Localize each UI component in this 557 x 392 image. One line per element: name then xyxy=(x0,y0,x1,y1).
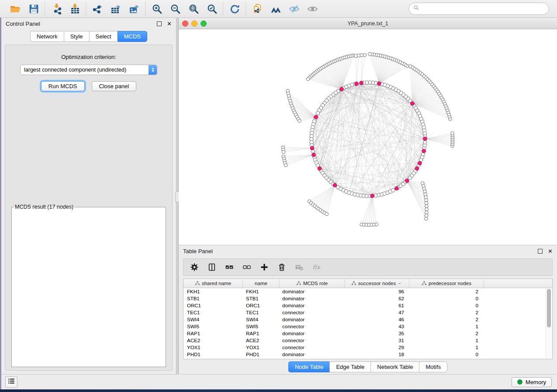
status-bar: Memory xyxy=(0,374,557,389)
tab-motifs[interactable]: Motifs xyxy=(419,361,447,372)
column-header-name[interactable]: name xyxy=(243,279,280,288)
table-toolbar: f(x) xyxy=(183,258,553,276)
table-row[interactable]: PHD1PHD1dominator180 xyxy=(183,351,552,358)
satellite-node xyxy=(368,52,372,56)
cell-name: STB1 xyxy=(242,296,279,301)
table-row[interactable]: TEC1TEC1connector472 xyxy=(183,309,552,316)
select-all-icon[interactable] xyxy=(225,262,234,272)
settings-icon[interactable] xyxy=(190,262,199,272)
table-panel-title: Table Panel xyxy=(183,248,538,254)
mcds-node xyxy=(423,137,427,141)
close-table-panel-icon[interactable]: ✕ xyxy=(548,248,553,254)
close-panel-icon[interactable]: ✕ xyxy=(167,21,172,27)
network-node xyxy=(316,111,320,115)
cell-successor-nodes: 31 xyxy=(343,338,408,343)
mcds-node xyxy=(355,82,359,86)
tab-node-table[interactable]: Node Table xyxy=(288,361,330,372)
optimization-criterion-label: Optimization criterion: xyxy=(10,54,167,60)
network-graph[interactable] xyxy=(179,29,557,245)
first-neighbors-icon[interactable] xyxy=(270,3,281,14)
cell-name: SWI5 xyxy=(242,324,279,329)
column-header-shared-name[interactable]: shared name xyxy=(183,279,243,288)
table-scrollbar-thumb[interactable] xyxy=(547,289,551,327)
cell-predecessor-nodes: 0 xyxy=(408,303,482,308)
optimization-criterion-dropdown[interactable]: largest connected component (undirected) xyxy=(20,65,157,75)
search-box[interactable] xyxy=(408,3,549,15)
table-row[interactable]: SWI4SWI4dominator462 xyxy=(183,316,552,323)
column-header-predecessor-nodes[interactable]: predecessor nodes xyxy=(409,279,484,288)
task-history-button[interactable] xyxy=(5,376,17,388)
mcds-node xyxy=(333,183,337,187)
cell-predecessor-nodes: 2 xyxy=(408,310,482,315)
column-header-MCDS-role[interactable]: MCDS role xyxy=(280,279,345,288)
panel-splitter[interactable] xyxy=(176,18,178,374)
table-row[interactable]: ORC1ORC1dominator610 xyxy=(183,302,552,309)
satellite-node xyxy=(409,65,412,68)
tab-select[interactable]: Select xyxy=(89,31,118,42)
apply-layout-icon[interactable] xyxy=(229,3,240,14)
table-row[interactable]: ACE2ACE2connector311 xyxy=(183,337,552,344)
table-row[interactable]: STB1STB1dominator620 xyxy=(183,295,552,302)
cell-name: SWI4 xyxy=(242,317,279,322)
cell-predecessor-nodes: 1 xyxy=(408,324,482,329)
close-panel-button[interactable]: Close panel xyxy=(92,81,137,91)
open-session-icon[interactable] xyxy=(10,3,21,14)
table-row[interactable]: RAP1RAP1dominator352 xyxy=(183,330,552,337)
table-row[interactable]: SWI5SWI5connector431 xyxy=(183,323,552,330)
search-icon xyxy=(413,5,420,13)
run-mcds-button[interactable]: Run MCDS xyxy=(41,81,85,91)
mcds-node xyxy=(312,153,316,157)
zoom-in-icon[interactable] xyxy=(151,3,163,14)
network-canvas[interactable] xyxy=(179,29,557,245)
tab-style[interactable]: Style xyxy=(64,31,89,42)
cell-shared-name: PHD1 xyxy=(183,352,242,357)
tab-network-table[interactable]: Network Table xyxy=(370,361,419,372)
mcds-node xyxy=(318,167,322,171)
table-row[interactable]: FKH1FKH1dominator962 xyxy=(183,288,552,295)
zoom-selected-icon[interactable] xyxy=(206,3,218,14)
zoom-fit-icon[interactable] xyxy=(188,3,199,14)
search-input[interactable] xyxy=(422,5,544,12)
cell-MCDS-role: connector xyxy=(279,324,343,329)
satellite-node xyxy=(306,77,310,81)
delete-row-icon[interactable] xyxy=(277,262,287,272)
tab-edge-table[interactable]: Edge Table xyxy=(329,361,370,372)
table-scrollbar[interactable] xyxy=(546,288,552,358)
float-panel-icon[interactable] xyxy=(157,21,162,26)
satellite-node xyxy=(354,54,358,58)
satellite-node xyxy=(451,132,454,135)
add-row-icon[interactable] xyxy=(259,262,269,272)
memory-label: Memory xyxy=(526,379,546,385)
import-network-icon[interactable] xyxy=(51,3,62,14)
export-table-icon[interactable] xyxy=(110,3,121,14)
dropdown-selected-value: largest connected component (undirected) xyxy=(21,67,149,73)
mcds-node xyxy=(370,194,374,198)
zoom-out-icon[interactable] xyxy=(170,3,181,14)
network-window-titlebar[interactable]: YPA_prune.txt_1 xyxy=(179,18,557,29)
memory-button[interactable]: Memory xyxy=(512,377,552,387)
tab-mcds[interactable]: MCDS xyxy=(118,31,147,42)
export-network-icon[interactable] xyxy=(92,3,103,14)
column-header-successor-nodes[interactable]: successor nodes xyxy=(345,279,409,288)
mcds-node xyxy=(418,162,422,165)
save-session-icon[interactable] xyxy=(28,3,39,14)
import-table-icon[interactable] xyxy=(69,3,80,14)
float-table-panel-icon[interactable] xyxy=(538,249,543,254)
cell-predecessor-nodes: 2 xyxy=(408,317,482,322)
satellite-node xyxy=(425,205,429,208)
table-row[interactable]: YOX1YOX1connector291 xyxy=(183,344,552,351)
cell-shared-name: YOX1 xyxy=(183,345,242,350)
network-view-window: YPA_prune.txt_1 xyxy=(178,18,557,245)
show-all-icon[interactable] xyxy=(307,3,318,14)
cell-shared-name: TEC1 xyxy=(183,310,242,315)
unselect-all-icon[interactable] xyxy=(242,262,252,272)
copy-network-file-icon[interactable] xyxy=(252,3,263,14)
node-table: shared namenameMCDS rolesuccessor nodesp… xyxy=(183,279,553,359)
satellite-node xyxy=(284,164,287,167)
satellite-node xyxy=(298,119,301,123)
show-columns-icon[interactable] xyxy=(207,262,217,272)
hide-selected-icon[interactable] xyxy=(288,3,300,14)
export-image-icon[interactable] xyxy=(128,3,140,14)
cell-shared-name: SWI4 xyxy=(183,317,242,322)
tab-network[interactable]: Network xyxy=(30,31,64,42)
